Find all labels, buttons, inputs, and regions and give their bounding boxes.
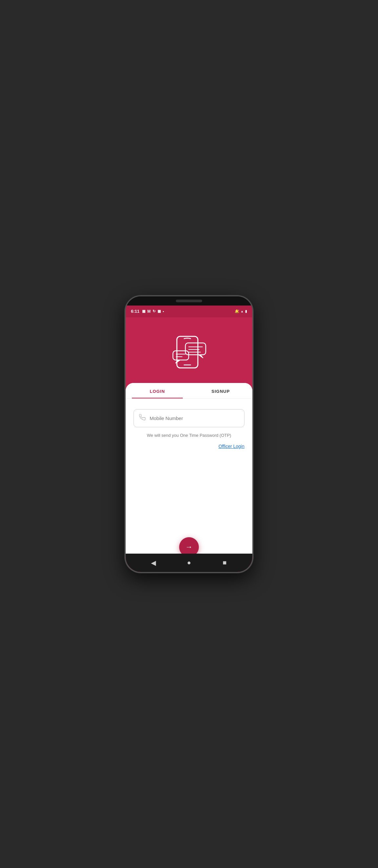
phone-icon bbox=[139, 414, 146, 422]
dot-icon: • bbox=[163, 309, 164, 313]
tab-login[interactable]: LOGIN bbox=[126, 383, 189, 398]
tab-signup[interactable]: SIGNUP bbox=[189, 383, 252, 398]
otp-hint-text: We will send you One Time Password (OTP) bbox=[133, 433, 245, 438]
officer-login-link[interactable]: Officer Login bbox=[133, 444, 245, 449]
card-section: LOGIN SIGNUP bbox=[126, 383, 252, 554]
svg-rect-2 bbox=[173, 351, 189, 360]
bell-muted-icon: 🔔̸ bbox=[234, 309, 239, 313]
status-icons-left: ▦ M ↻ ▦ • bbox=[142, 309, 164, 314]
status-bar: 6:11 ▦ M ↻ ▦ • 🔔̸ ▴ ▮ bbox=[126, 306, 252, 317]
mobile-number-input[interactable] bbox=[150, 415, 239, 421]
main-content: LOGIN SIGNUP bbox=[126, 317, 252, 554]
refresh-icon: ↻ bbox=[153, 309, 156, 313]
battery-icon: ▮ bbox=[245, 309, 247, 313]
back-button[interactable]: ◀ bbox=[146, 556, 160, 570]
status-time: 6:11 bbox=[131, 309, 139, 314]
status-right: 🔔̸ ▴ ▮ bbox=[234, 309, 247, 313]
device-frame: 6:11 ▦ M ↻ ▦ • 🔔̸ ▴ ▮ bbox=[125, 296, 253, 572]
tab-bar: LOGIN SIGNUP bbox=[126, 383, 252, 399]
arrow-icon: → bbox=[185, 543, 193, 551]
recents-button[interactable]: ■ bbox=[218, 556, 232, 570]
device-notch-bar bbox=[126, 296, 252, 306]
screen: 6:11 ▦ M ↻ ▦ • 🔔̸ ▴ ▮ bbox=[126, 306, 252, 572]
chat-with-phone-icon bbox=[168, 331, 210, 373]
screenshot-icon: ▦ bbox=[158, 309, 161, 313]
sim-icon: ▦ bbox=[142, 309, 145, 313]
status-left: 6:11 ▦ M ↻ ▦ • bbox=[131, 309, 164, 314]
fab-container: → bbox=[126, 542, 252, 554]
home-button[interactable]: ● bbox=[182, 556, 196, 570]
form-area: We will send you One Time Password (OTP)… bbox=[126, 399, 252, 479]
mobile-input-wrapper bbox=[133, 409, 245, 427]
wifi-icon: ▴ bbox=[241, 309, 243, 313]
hero-section bbox=[126, 317, 252, 383]
notch-pill bbox=[176, 300, 202, 302]
gmail-icon: M bbox=[147, 309, 151, 314]
spacer bbox=[126, 479, 252, 542]
bottom-nav: ◀ ● ■ bbox=[126, 554, 252, 572]
